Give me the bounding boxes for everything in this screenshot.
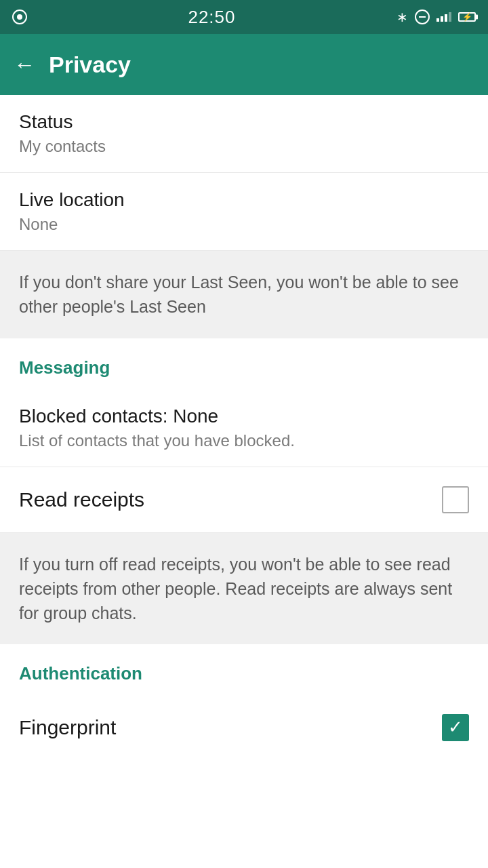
blocked-contacts-item[interactable]: Blocked contacts: None List of contacts … [0, 389, 488, 467]
checkmark-icon: ✓ [448, 718, 463, 736]
status-setting-subtitle: My contacts [19, 137, 469, 156]
battery-icon: ⚡ [458, 12, 476, 22]
authentication-section-header: Authentication [0, 644, 488, 695]
live-location-title: Live location [19, 189, 469, 211]
read-receipts-row[interactable]: Read receipts [0, 467, 488, 533]
battery-lightning-icon: ⚡ [462, 12, 472, 22]
fingerprint-row[interactable]: Fingerprint ✓ [0, 695, 488, 760]
messaging-section-header: Messaging [0, 338, 488, 389]
status-setting-title: Status [19, 111, 469, 133]
signal-icon [436, 12, 451, 22]
read-receipts-title: Read receipts [19, 488, 144, 511]
record-icon [12, 9, 27, 24]
live-location-subtitle: None [19, 215, 469, 234]
page-title: Privacy [49, 52, 131, 78]
status-bar: 22:50 ∗ ⚡ [0, 0, 488, 34]
read-receipts-checkbox[interactable] [442, 486, 469, 513]
blocked-contacts-subtitle: List of contacts that you have blocked. [19, 431, 469, 450]
bluetooth-icon: ∗ [396, 9, 408, 25]
authentication-section-title: Authentication [19, 663, 142, 684]
watermark: @WABetaInfo [121, 807, 367, 848]
status-setting-item[interactable]: Status My contacts [0, 95, 488, 173]
messaging-section-title: Messaging [19, 357, 110, 378]
back-button[interactable]: ← [14, 52, 35, 77]
settings-content: Status My contacts Live location None If… [0, 95, 488, 760]
last-seen-info-text: If you don't share your Last Seen, you w… [19, 273, 459, 316]
read-receipts-info-text: If you turn off read receipts, you won't… [19, 555, 452, 623]
minus-circle-icon [415, 9, 430, 24]
fingerprint-title: Fingerprint [19, 716, 116, 739]
blocked-contacts-title: Blocked contacts: None [19, 406, 469, 427]
read-receipts-info-box: If you turn off read receipts, you won't… [0, 533, 488, 645]
status-bar-left [12, 9, 27, 24]
status-bar-right: ∗ ⚡ [396, 9, 476, 25]
app-bar: ← Privacy [0, 34, 488, 95]
last-seen-info-box: If you don't share your Last Seen, you w… [0, 251, 488, 338]
fingerprint-checkbox[interactable]: ✓ [442, 714, 469, 741]
status-time: 22:50 [188, 7, 235, 28]
live-location-setting-item[interactable]: Live location None [0, 173, 488, 251]
